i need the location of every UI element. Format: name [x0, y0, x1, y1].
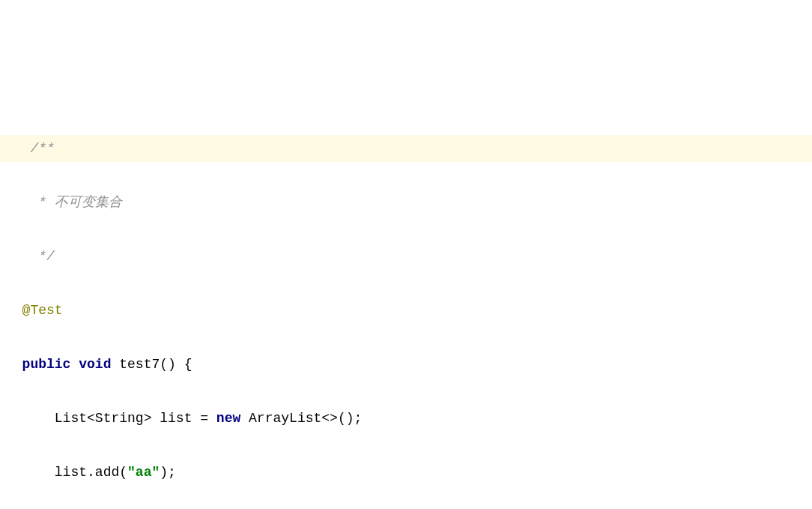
code-line: */: [0, 243, 812, 270]
comment: */: [30, 249, 54, 264]
comment: /**: [30, 141, 54, 156]
code-line: list.add("aa");: [0, 459, 812, 486]
keyword: void: [79, 357, 111, 372]
code-line: /**: [0, 135, 812, 162]
code-editor[interactable]: /** * 不可变集合 */ @Test public void test7()…: [0, 108, 812, 509]
keyword: public: [22, 357, 71, 372]
code-line: List<String> list = new ArrayList<>();: [0, 405, 812, 432]
comment: * 不可变集合: [30, 195, 121, 210]
code-line: @Test: [0, 297, 812, 324]
annotation: @Test: [22, 303, 63, 318]
code-line: * 不可变集合: [0, 189, 812, 216]
keyword: new: [216, 411, 240, 426]
string-literal: "aa": [127, 465, 160, 480]
code-line: public void test7() {: [0, 351, 812, 378]
